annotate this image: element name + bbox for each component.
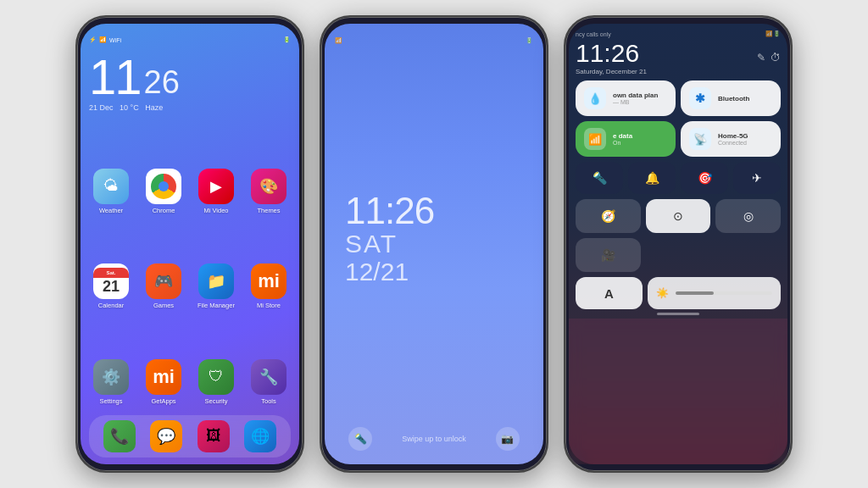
lock-status-bar: 📶 🔋: [335, 37, 533, 44]
dock-gallery[interactable]: 🖼: [198, 420, 230, 452]
app-video[interactable]: ▶ Mi Video: [194, 169, 238, 214]
blur-apps-area: [569, 319, 787, 464]
mobile-data-sub: On: [613, 140, 667, 146]
ctrl-tiles-grid: 💧 own data plan — MB ✱ Bluetooth 📶: [576, 80, 781, 157]
app-grid-row2: Sat. 21 Calendar 🎮 Games 📁 File Manager …: [89, 263, 291, 313]
calendar-icon: Sat. 21: [93, 263, 129, 299]
video-icon: ▶: [198, 169, 234, 204]
clock-minutes: 26: [144, 66, 180, 98]
settings-icon: ⚙️: [93, 359, 129, 395]
app-weather-label: Weather: [99, 207, 123, 214]
lock-day: SAT: [345, 230, 434, 258]
app-calendar[interactable]: Sat. 21 Calendar: [89, 263, 133, 309]
ctrl-font-btn[interactable]: A: [576, 277, 643, 309]
themes-icon: 🎨: [251, 169, 287, 204]
clock-widget: 11 26: [89, 53, 291, 102]
wifi-label: Home-5G: [718, 132, 772, 140]
signal-icon: 📶: [99, 36, 107, 43]
ctrl-tile-data[interactable]: 💧 own data plan — MB: [576, 80, 676, 116]
ctrl-brightness-bar[interactable]: ☀️: [648, 277, 781, 309]
dock-phone[interactable]: 📞: [103, 420, 136, 452]
ctrl-flashlight-btn[interactable]: 🔦: [576, 162, 623, 194]
ctrl-top-bar: 11:26 Saturday, December 21 ✎ ⏱: [576, 39, 781, 75]
ctrl-tile-bt-text: Bluetooth: [718, 95, 772, 103]
lock-flashlight-icon[interactable]: 🔦: [348, 427, 372, 451]
tools-icon: 🔧: [251, 359, 287, 395]
app-mistore-label: Mi Store: [257, 302, 281, 309]
app-grid-row1: 🌤 Weather Chrome ▶ Mi Video 🎨 Themes: [89, 169, 291, 218]
status-bar-1: ⚡ 📶 WiFi 🔋: [89, 34, 291, 46]
files-icon: 📁: [198, 263, 234, 299]
games-icon: 🎮: [146, 263, 181, 299]
status-left-icons: ⚡ 📶 WiFi: [89, 36, 121, 43]
app-security-label: Security: [204, 397, 227, 405]
ctrl-clock-block: 11:26 Saturday, December 21: [576, 39, 647, 75]
app-chrome-label: Chrome: [153, 207, 175, 214]
app-video-label: Mi Video: [203, 207, 228, 214]
ctrl-camera-btn[interactable]: ⊙: [646, 199, 711, 233]
mobile-data-icon: 📶: [584, 128, 606, 150]
ctrl-tile-bluetooth[interactable]: ✱ Bluetooth: [681, 80, 781, 116]
ctrl-timer-icon[interactable]: ⏱: [771, 52, 781, 64]
lock-signal: 📶: [335, 37, 342, 44]
wifi-icon: WiFi: [109, 37, 121, 43]
app-calendar-label: Calendar: [98, 302, 124, 309]
ctrl-airplane-btn[interactable]: ✈: [733, 162, 781, 194]
ctrl-small-buttons: 🔦 🔔 🎯 ✈: [576, 162, 781, 194]
ctrl-clock: 11:26: [576, 39, 647, 68]
dock-messages[interactable]: 💬: [150, 420, 182, 452]
ctrl-bottom-row: A ☀️: [576, 277, 781, 309]
dock: 📞 💬 🖼 🌐: [89, 415, 291, 458]
ctrl-eye-btn[interactable]: ◎: [715, 199, 781, 233]
lock-date: 12/21: [345, 258, 434, 286]
ctrl-tile-wifi[interactable]: 📡 Home-5G Connected: [681, 121, 781, 157]
app-security[interactable]: 🛡 Security: [194, 359, 238, 405]
ctrl-medium-buttons: 🧭 ⊙ ◎ 🎥: [576, 199, 781, 272]
app-getapps[interactable]: mi GetApps: [142, 359, 186, 405]
phone-3-screen: ncy calls only 📶🔋 11:26 Saturday, Decemb…: [569, 24, 787, 464]
lock-bottom-bar: 🔦 Swipe up to unlock 📷: [335, 427, 533, 451]
app-themes-label: Themes: [257, 207, 280, 214]
control-center: ncy calls only 📶🔋 11:26 Saturday, Decemb…: [569, 24, 787, 464]
app-settings-label: Settings: [99, 397, 122, 405]
phone-2: 📶 🔋 11:26 SAT 12/21 🔦 Swipe up to unlock…: [320, 15, 548, 473]
ctrl-screen-btn[interactable]: 🎯: [681, 162, 728, 194]
phone-1-screen: ⚡ 📶 WiFi 🔋 11 26 21 Dec 10 °C Haze: [81, 24, 299, 464]
home-screen: ⚡ 📶 WiFi 🔋 11 26 21 Dec 10 °C Haze: [81, 24, 299, 464]
ctrl-video-btn[interactable]: 🎥: [576, 238, 641, 272]
app-settings[interactable]: ⚙️ Settings: [89, 359, 133, 405]
lock-battery: 🔋: [526, 37, 533, 44]
ctrl-status-text: ncy calls only: [576, 31, 611, 37]
ctrl-location-btn[interactable]: 🧭: [576, 199, 641, 233]
lock-camera-icon[interactable]: 📷: [496, 427, 520, 451]
wifi-sub: Connected: [718, 140, 772, 146]
app-mistore[interactable]: mi Mi Store: [247, 263, 291, 309]
app-files-label: File Manager: [198, 302, 235, 309]
ctrl-bell-btn[interactable]: 🔔: [628, 162, 676, 194]
app-tools[interactable]: 🔧 Tools: [247, 359, 291, 405]
ctrl-date: Saturday, December 21: [576, 68, 647, 75]
app-chrome[interactable]: Chrome: [142, 169, 186, 214]
ctrl-status-bar: ncy calls only 📶🔋: [576, 30, 781, 37]
weather-icon: 🌤: [93, 169, 129, 204]
lock-time-block: 11:26 SAT 12/21: [345, 192, 434, 286]
phone-1: ⚡ 📶 WiFi 🔋 11 26 21 Dec 10 °C Haze: [75, 15, 304, 473]
data-plan-sub: — MB: [613, 99, 667, 105]
home-indicator: [657, 313, 699, 315]
app-themes[interactable]: 🎨 Themes: [247, 169, 291, 214]
chrome-icon: [146, 169, 181, 204]
app-files[interactable]: 📁 File Manager: [194, 263, 238, 309]
mobile-data-label: e data: [613, 132, 667, 140]
ctrl-tile-wifi-text: Home-5G Connected: [718, 132, 772, 146]
dock-browser[interactable]: 🌐: [244, 420, 276, 452]
cal-date: 21: [103, 278, 120, 297]
lock-clock: 11:26: [345, 192, 434, 230]
app-weather[interactable]: 🌤 Weather: [89, 169, 133, 214]
ctrl-tile-mobile-text: e data On: [613, 132, 667, 146]
bluetooth-label: Bluetooth: [718, 95, 772, 103]
ctrl-tile-mobile-data[interactable]: 📶 e data On: [576, 121, 676, 157]
security-icon: 🛡: [198, 359, 234, 395]
app-games[interactable]: 🎮 Games: [142, 263, 186, 309]
phone-2-screen: 📶 🔋 11:26 SAT 12/21 🔦 Swipe up to unlock…: [325, 24, 543, 464]
ctrl-edit-icon[interactable]: ✎: [757, 52, 765, 64]
